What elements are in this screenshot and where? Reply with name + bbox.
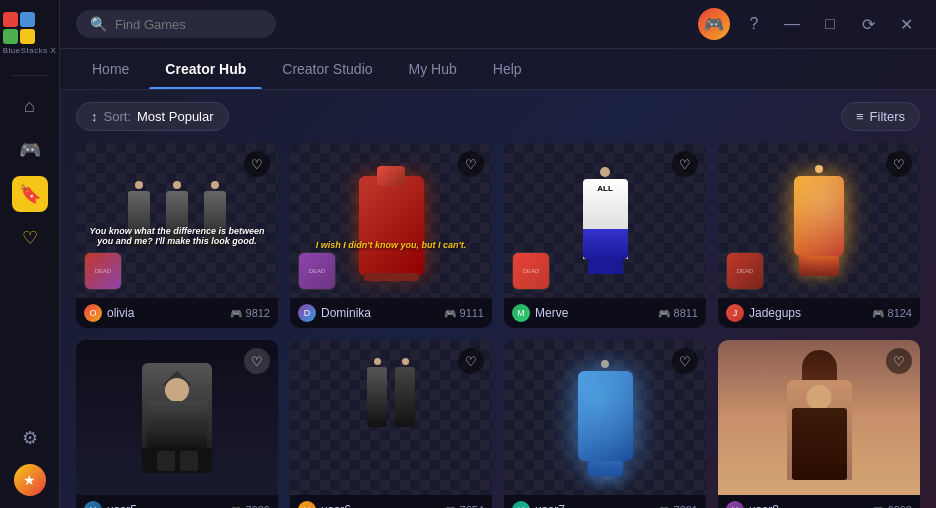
card-7-footer: U user7 🎮 7321 xyxy=(504,495,706,508)
card-7-heart-button[interactable]: ♡ xyxy=(672,348,698,374)
card-2-overlay-text: I wish I didn't know you, but I can't. xyxy=(298,240,484,250)
card-7[interactable]: ♡ U user7 🎮 7321 xyxy=(504,340,706,508)
filter-button[interactable]: ≡ Filters xyxy=(841,102,920,131)
card-2-user-avatar: D xyxy=(298,304,316,322)
card-1-badge-img: DEAD xyxy=(85,253,121,289)
question-icon: ? xyxy=(750,15,759,33)
sidebar-item-settings[interactable]: ⚙ xyxy=(12,420,48,456)
card-4-image: ♡ DEAD xyxy=(718,143,920,298)
card-2-badge-img: DEAD xyxy=(299,253,335,289)
heart-icon-5: ♡ xyxy=(251,354,263,369)
card-4-footer: J Jadegups 🎮 8124 xyxy=(718,298,920,328)
card-8-heart-button[interactable]: ♡ xyxy=(886,348,912,374)
sidebar-item-store[interactable]: 🎮 xyxy=(12,132,48,168)
card-2[interactable]: I wish I didn't know you, but I can't. ♡… xyxy=(290,143,492,328)
card-6-username: user6 xyxy=(321,503,351,508)
card-3-user-avatar: M xyxy=(512,304,530,322)
card-3-heart-button[interactable]: ♡ xyxy=(672,151,698,177)
heart-side-icon: ♡ xyxy=(22,227,38,249)
card-2-image: I wish I didn't know you, but I can't. ♡… xyxy=(290,143,492,298)
card-4-user: J Jadegups xyxy=(726,304,801,322)
sidebar-divider-1 xyxy=(12,75,48,76)
card-4-badge: DEAD xyxy=(726,252,764,290)
toolbar: ↕ Sort: Most Popular ≡ Filters xyxy=(60,90,936,143)
card-8-count: 🎮 6998 xyxy=(872,504,912,508)
search-input[interactable] xyxy=(115,17,262,32)
close-icon: ✕ xyxy=(900,15,913,34)
gamepad-icon-2: 🎮 xyxy=(444,308,456,319)
sidebar-item-favorite[interactable]: ♡ xyxy=(12,220,48,256)
card-7-user-avatar: U xyxy=(512,501,530,508)
card-2-badge: DEAD xyxy=(298,252,336,290)
card-1-footer: O olivia 🎮 9812 xyxy=(76,298,278,328)
card-4-heart-button[interactable]: ♡ xyxy=(886,151,912,177)
tab-home[interactable]: Home xyxy=(76,49,145,89)
sort-value: Most Popular xyxy=(137,109,214,124)
tab-creator-hub[interactable]: Creator Hub xyxy=(149,49,262,89)
card-3-badge-img: DEAD xyxy=(513,253,549,289)
card-4-username: Jadegups xyxy=(749,306,801,320)
card-5[interactable]: ♡ U user5 🎮 7980 xyxy=(76,340,278,508)
search-icon: 🔍 xyxy=(90,16,107,32)
card-1-heart-button[interactable]: ♡ xyxy=(244,151,270,177)
user-avatar[interactable]: 🎮 xyxy=(698,8,730,40)
store-icon: 🎮 xyxy=(19,139,41,161)
tab-help[interactable]: Help xyxy=(477,49,538,89)
cards-grid: You know what the difference is between … xyxy=(76,143,920,508)
minimize-button[interactable]: — xyxy=(778,10,806,38)
main-content: 🔍 🎮 ? — □ ⟳ ✕ Home Creator xyxy=(60,0,936,508)
sidebar-user-avatar[interactable]: ★ xyxy=(14,464,46,496)
card-8-user-avatar: U xyxy=(726,501,744,508)
sort-label: Sort: xyxy=(104,109,131,124)
tab-creator-studio[interactable]: Creator Studio xyxy=(266,49,388,89)
card-1[interactable]: You know what the difference is between … xyxy=(76,143,278,328)
card-6-count: 🎮 7654 xyxy=(444,504,484,508)
help-button[interactable]: ? xyxy=(740,10,768,38)
bookmark-icon: 🔖 xyxy=(19,183,41,205)
card-1-image: You know what the difference is between … xyxy=(76,143,278,298)
gamepad-icon-3: 🎮 xyxy=(658,308,670,319)
card-2-heart-button[interactable]: ♡ xyxy=(458,151,484,177)
maximize-button[interactable]: □ xyxy=(816,10,844,38)
card-5-user-avatar: U xyxy=(84,501,102,508)
tab-my-hub[interactable]: My Hub xyxy=(393,49,473,89)
card-8[interactable]: ♡ U user8 🎮 6998 xyxy=(718,340,920,508)
sidebar-item-home[interactable]: ⌂ xyxy=(12,88,48,124)
search-bar[interactable]: 🔍 xyxy=(76,10,276,38)
card-8-user: U user8 xyxy=(726,501,779,508)
sidebar-item-bookmark[interactable]: 🔖 xyxy=(12,176,48,212)
heart-icon-4: ♡ xyxy=(893,157,905,172)
card-3-count-value: 8811 xyxy=(674,307,698,319)
gamepad-icon-4: 🎮 xyxy=(872,308,884,319)
card-7-image: ♡ xyxy=(504,340,706,495)
card-5-username: user5 xyxy=(107,503,137,508)
card-3[interactable]: ALL ♡ DEAD xyxy=(504,143,706,328)
restore-button[interactable]: ⟳ xyxy=(854,10,882,38)
sort-button[interactable]: ↕ Sort: Most Popular xyxy=(76,102,229,131)
heart-icon-6: ♡ xyxy=(465,354,477,369)
card-4[interactable]: ♡ DEAD J Jadegups 🎮 8124 xyxy=(718,143,920,328)
card-4-count-value: 8124 xyxy=(888,307,912,319)
card-1-overlay-text: You know what the difference is between … xyxy=(84,226,270,246)
close-button[interactable]: ✕ xyxy=(892,10,920,38)
card-6-heart-button[interactable]: ♡ xyxy=(458,348,484,374)
logo-cell-yellow xyxy=(20,29,35,44)
card-4-user-avatar: J xyxy=(726,304,744,322)
card-1-count-value: 9812 xyxy=(246,307,270,319)
card-5-heart-button[interactable]: ♡ xyxy=(244,348,270,374)
card-1-count: 🎮 9812 xyxy=(230,307,270,319)
card-6-image: ♡ xyxy=(290,340,492,495)
heart-icon-3: ♡ xyxy=(679,157,691,172)
home-icon: ⌂ xyxy=(24,96,35,117)
heart-icon-2: ♡ xyxy=(465,157,477,172)
card-6[interactable]: ♡ U user6 🎮 7654 xyxy=(290,340,492,508)
card-3-badge: DEAD xyxy=(512,252,550,290)
gamepad-icon-5: 🎮 xyxy=(230,505,242,509)
sidebar: BlueStacks X ⌂ 🎮 🔖 ♡ ⚙ ★ xyxy=(0,0,60,508)
card-3-count: 🎮 8811 xyxy=(658,307,698,319)
card-2-footer: D Dominika 🎮 9111 xyxy=(290,298,492,328)
card-5-count: 🎮 7980 xyxy=(230,504,270,508)
card-8-footer: U user8 🎮 6998 xyxy=(718,495,920,508)
card-6-user-avatar: U xyxy=(298,501,316,508)
avatar-emoji: ★ xyxy=(23,472,36,488)
